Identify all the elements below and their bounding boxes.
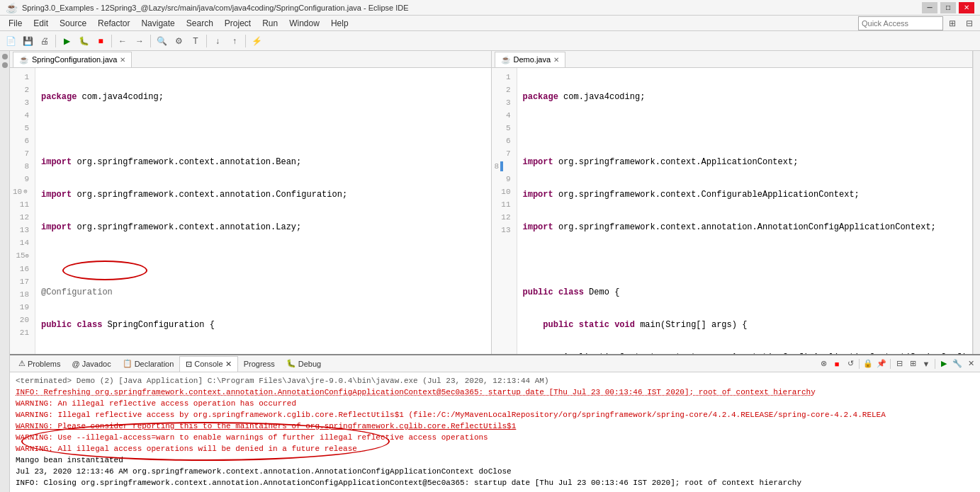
print-button[interactable]: 🖨 [37,33,52,49]
debug-label: Debug [298,360,321,368]
toolbar-sep-1 [55,35,56,47]
search-button[interactable]: 🔍 [154,33,169,49]
toolbar-sep-3 [150,35,151,47]
toolbar-view-btn[interactable]: ⊟ [962,16,977,31]
javadoc-label: @ Javadoc [72,360,111,368]
toolbar: 📄 💾 🖨 ▶ 🐛 ■ ← → 🔍 ⚙ T ↓ ↑ ⚡ [0,31,980,51]
console-pin-button[interactable]: 📌 [875,357,888,370]
console-line-1: WARNING: An illegal reflective access op… [16,398,974,409]
console-line-0: INFO: Refreshing org.springframework.con… [16,387,974,398]
menu-search[interactable]: Search [181,17,219,30]
menu-run[interactable]: Run [257,17,283,30]
window-controls: ─ □ ✕ [922,2,974,13]
toolbar-sep-4 [206,35,207,47]
menu-edit[interactable]: Edit [28,17,54,30]
console-line-7: Jul 23, 2020 12:13:46 AM org.springframe… [16,466,974,477]
left-code-lines: package com.java4coding; import org.spri… [35,68,491,354]
console-clear-button[interactable]: ⊗ [817,357,830,370]
left-tab-label: SpringConfiguration.java [32,55,117,64]
bottom-tab-bar: ⚠ Problems @ Javadoc 📋 Declaration ⊡ Con… [10,355,980,372]
console-sep1 [859,359,860,369]
menu-window[interactable]: Window [283,17,325,30]
window-title: Spring3.0_Examples - 12Spring3_@Lazy/src… [22,4,409,12]
tab-progress[interactable]: Progress [238,356,281,372]
console-stop-button[interactable]: ■ [830,357,843,370]
console-layout-btn[interactable]: ⊟ [893,357,906,370]
stop-button[interactable]: ■ [93,33,108,49]
tab-declaration[interactable]: 📋 Declaration [117,356,180,372]
toolbar-sep-2 [111,35,112,47]
console-output[interactable]: <terminated> Demo (2) [Java Application]… [10,372,980,492]
left-editor-tab-bar: ☕ SpringConfiguration.java ✕ [10,51,491,68]
menu-file[interactable]: File [3,17,28,30]
tab-problems[interactable]: ⚠ Problems [13,356,66,372]
tab-javadoc[interactable]: @ Javadoc [66,356,116,372]
right-editor-tab[interactable]: ☕ Demo.java ✕ [495,52,566,67]
left-line-numbers: 12345 6789 10⊙ 11121314 15⊙ 16171819 202… [10,68,35,354]
left-bar-marker2 [2,62,8,68]
title-bar: ☕ Spring3.0_Examples - 12Spring3_@Lazy/s… [0,0,980,16]
right-editor-tab-bar: ☕ Demo.java ✕ [492,51,973,68]
tab-console[interactable]: ⊡ Console ✕ [179,356,237,372]
close-button[interactable]: ✕ [959,2,974,13]
left-tab-close[interactable]: ✕ [120,56,125,64]
menu-source[interactable]: Source [54,17,92,30]
console-line-6: Mango bean instantiated [16,454,974,466]
console-label: Console [194,360,223,368]
app: ☕ Spring3.0_Examples - 12Spring3_@Lazy/s… [0,0,980,492]
left-editor-content[interactable]: 12345 6789 10⊙ 11121314 15⊙ 16171819 202… [10,68,491,354]
open-type-button[interactable]: T [188,33,203,49]
console-terminated-line: <terminated> Demo (2) [Java Application]… [16,375,974,387]
prev-annotation-button[interactable]: ↑ [227,33,242,49]
console-relaunch-button[interactable]: ↺ [844,357,857,370]
run-button[interactable]: ▶ [59,33,74,49]
console-debug-run-btn[interactable]: 🔧 [951,357,964,370]
back-button[interactable]: ← [115,33,130,49]
right-tab-icon: ☕ [501,55,511,64]
right-overview-ruler [973,51,980,354]
refactor-button[interactable]: ⚙ [171,33,186,49]
menu-refactor[interactable]: Refactor [92,17,135,30]
toolbar-perspective-btn[interactable]: ⊞ [945,16,960,31]
right-code-lines: package com.java4coding; import org.spri… [517,68,973,354]
console-run-btn[interactable]: ▶ [937,357,950,370]
console-line-8: INFO: Closing org.springframework.contex… [16,477,974,488]
console-maximize-btn[interactable]: ⊞ [906,357,919,370]
menu-bar: File Edit Source Refactor Navigate Searc… [0,16,980,31]
console-view-menu-btn[interactable]: ▼ [920,357,933,370]
title-icon: ☕ [6,2,18,13]
left-code-area: 12345 6789 10⊙ 11121314 15⊙ 16171819 202… [10,68,491,354]
maximize-button[interactable]: □ [940,2,956,13]
tab-debug[interactable]: 🐛 Debug [281,356,327,372]
right-editor-pane: ☕ Demo.java ✕ 12345 67 8 910111213 [492,51,974,354]
declaration-label: Declaration [135,360,174,368]
forward-button[interactable]: → [132,33,147,49]
new-button[interactable]: 📄 [3,33,18,49]
left-editor-tab[interactable]: ☕ SpringConfiguration.java ✕ [13,52,132,67]
annotation-config-button[interactable]: ⚡ [249,33,264,49]
right-code-area: 12345 67 8 910111213 package com.java4co… [492,68,973,354]
left-editor-pane: ☕ SpringConfiguration.java ✕ 12345 6789 … [10,51,492,354]
next-annotation-button[interactable]: ↓ [210,33,225,49]
right-editor-content[interactable]: 12345 67 8 910111213 package com.java4co… [492,68,973,354]
bottom-panel: ⚠ Problems @ Javadoc 📋 Declaration ⊡ Con… [10,354,980,492]
console-sep3 [935,359,935,369]
minimize-button[interactable]: ─ [922,2,937,13]
quick-access-input[interactable] [858,16,943,30]
toolbar-sep-5 [245,35,246,47]
debug-button[interactable]: 🐛 [76,33,91,49]
save-button[interactable]: 💾 [20,33,35,49]
debug-icon: 🐛 [286,359,296,368]
console-icon: ⊡ [186,360,192,369]
menu-navigate[interactable]: Navigate [135,17,180,30]
right-tab-close[interactable]: ✕ [553,56,559,64]
right-tab-label: Demo.java [514,55,551,64]
console-close-btn[interactable]: ✕ [964,357,977,370]
left-tab-icon: ☕ [19,55,29,64]
menu-help[interactable]: Help [325,17,354,30]
console-tab-close[interactable]: ✕ [225,360,232,369]
console-scroll-lock[interactable]: 🔒 [862,357,874,370]
console-line-3: WARNING: Please consider reporting this … [16,421,974,432]
menu-project[interactable]: Project [219,17,257,30]
progress-label: Progress [244,360,275,368]
